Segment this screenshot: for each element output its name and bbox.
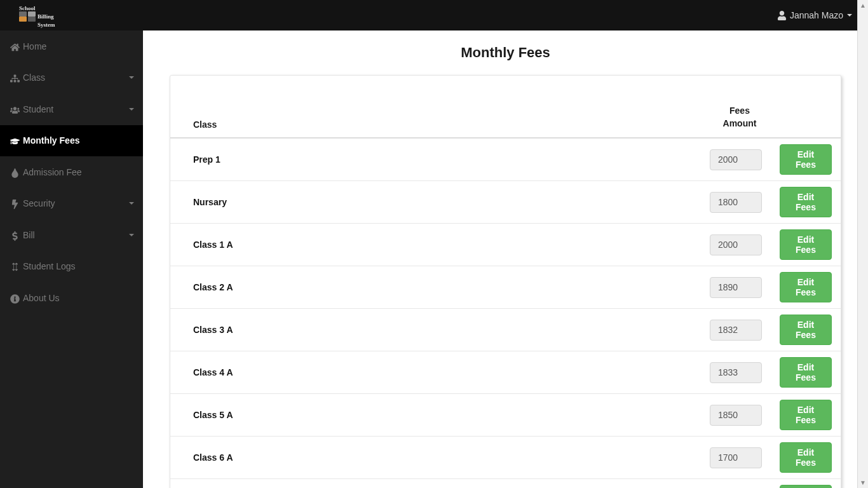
action-cell: Edit Fees: [775, 224, 841, 266]
sidebar-item-label: Class: [23, 72, 125, 83]
class-name-cell: Class 7 A: [170, 479, 705, 488]
amount-cell: [705, 479, 775, 488]
chevron-down-icon: [129, 202, 134, 205]
table-row: Class 7 AEdit Fees: [170, 479, 841, 488]
sidebar-item-home[interactable]: Home: [0, 30, 143, 62]
table-row: Class 5 AEdit Fees: [170, 394, 841, 437]
caret-down-icon: [847, 14, 852, 17]
class-name-cell: Class 3 A: [170, 309, 705, 351]
table-row: Class 2 AEdit Fees: [170, 266, 841, 309]
user-name: Jannah Mazo: [790, 10, 843, 20]
users-icon: [9, 104, 20, 115]
action-cell: Edit Fees: [775, 266, 841, 309]
fees-amount-input: [710, 320, 762, 341]
sidebar-item-label: Student Logs: [23, 261, 134, 271]
edit-fees-button[interactable]: Edit Fees: [780, 144, 832, 175]
action-cell: Edit Fees: [775, 351, 841, 394]
column-header-amount: Fees Amount: [705, 76, 775, 138]
user-icon: [777, 10, 787, 21]
table-row: Class 4 AEdit Fees: [170, 351, 841, 394]
amount-cell: [705, 181, 775, 224]
chevron-down-icon: [129, 234, 134, 236]
amount-cell: [705, 437, 775, 479]
fees-amount-input: [710, 149, 762, 170]
fees-amount-input: [710, 405, 762, 426]
table-row: Class 3 AEdit Fees: [170, 309, 841, 351]
sidebar-item-label: About Us: [23, 293, 134, 303]
edit-fees-button[interactable]: Edit Fees: [780, 315, 832, 345]
fees-panel: Class Fees Amount Prep 1Edit FeesNursary…: [170, 75, 841, 488]
column-header-action: [775, 76, 841, 138]
sidebar-item-label: Home: [23, 41, 134, 51]
action-cell: Edit Fees: [775, 479, 841, 488]
action-cell: Edit Fees: [775, 181, 841, 224]
edit-fees-button[interactable]: Edit Fees: [780, 272, 832, 302]
table-row: Class 1 AEdit Fees: [170, 224, 841, 266]
table-row: Class 6 AEdit Fees: [170, 437, 841, 479]
edit-fees-button[interactable]: Edit Fees: [780, 400, 832, 430]
class-name-cell: Class 4 A: [170, 351, 705, 394]
amount-cell: [705, 224, 775, 266]
info-icon: [9, 292, 20, 304]
sidebar-item-monthly-fees[interactable]: Monthly Fees: [0, 125, 143, 157]
chevron-down-icon: [129, 108, 134, 111]
sidebar-item-class[interactable]: Class: [0, 62, 143, 94]
amount-cell: [705, 351, 775, 394]
brand-line3: System: [37, 22, 55, 28]
scroll-down-arrow-icon[interactable]: ▼: [858, 477, 868, 488]
fees-amount-input: [710, 234, 762, 255]
brand-icon: [19, 11, 36, 22]
brand-line2: Billing: [37, 13, 54, 20]
dollar-icon: [9, 229, 20, 241]
table-row: NursaryEdit Fees: [170, 181, 841, 224]
bolt-icon: [9, 198, 20, 210]
edit-fees-button[interactable]: Edit Fees: [780, 442, 832, 473]
class-name-cell: Class 2 A: [170, 266, 705, 309]
amount-cell: [705, 138, 775, 181]
fees-amount-input: [710, 447, 762, 468]
table-row: Prep 1Edit Fees: [170, 138, 841, 181]
sidebar-item-student[interactable]: Student: [0, 93, 143, 125]
fees-amount-input: [710, 277, 762, 298]
class-name-cell: Class 6 A: [170, 437, 705, 479]
amount-cell: [705, 309, 775, 351]
graduation-icon: [9, 135, 20, 147]
user-menu-dropdown[interactable]: Jannah Mazo: [777, 10, 852, 21]
amount-cell: [705, 266, 775, 309]
fees-amount-input: [710, 192, 762, 213]
class-name-cell: Nursary: [170, 181, 705, 224]
edit-fees-button[interactable]: Edit Fees: [780, 187, 832, 217]
sitemap-icon: [9, 72, 20, 84]
home-icon: [9, 41, 20, 52]
top-navbar: School Billing System Jannah Mazo: [0, 0, 868, 30]
sidebar-item-about-us[interactable]: About Us: [0, 282, 143, 314]
fees-amount-input: [710, 362, 762, 383]
scrollbar-track[interactable]: [858, 11, 868, 477]
class-name-cell: Class 5 A: [170, 394, 705, 437]
sidebar-item-bill[interactable]: Bill: [0, 219, 143, 251]
sidebar-item-label: Bill: [23, 230, 125, 240]
sidebar-item-admission-fee[interactable]: Admission Fee: [0, 156, 143, 188]
column-header-class: Class: [170, 76, 705, 138]
edit-fees-button[interactable]: Edit Fees: [780, 485, 832, 488]
sidebar-item-label: Security: [23, 198, 125, 208]
page-title: Monthly Fees: [143, 44, 868, 61]
window-scrollbar[interactable]: ▲ ▼: [857, 0, 868, 488]
tint-icon: [9, 166, 20, 178]
sidebar: HomeClassStudentMonthly FeesAdmission Fe…: [0, 30, 143, 488]
action-cell: Edit Fees: [775, 394, 841, 437]
main-content: Monthly Fees Class Fees Amount Prep 1Edi…: [143, 30, 868, 488]
edit-fees-button[interactable]: Edit Fees: [780, 357, 832, 388]
edit-fees-button[interactable]: Edit Fees: [780, 229, 832, 260]
scroll-up-arrow-icon[interactable]: ▲: [858, 0, 868, 11]
action-cell: Edit Fees: [775, 138, 841, 181]
chevron-down-icon: [129, 76, 134, 79]
brand-logo[interactable]: School Billing System: [19, 5, 55, 28]
sidebar-item-label: Monthly Fees: [23, 135, 134, 146]
sidebar-item-student-logs[interactable]: Student Logs: [0, 251, 143, 283]
action-cell: Edit Fees: [775, 309, 841, 351]
sidebar-item-label: Admission Fee: [23, 167, 134, 177]
sidebar-item-security[interactable]: Security: [0, 188, 143, 220]
sidebar-item-label: Student: [23, 104, 125, 114]
fees-table: Class Fees Amount Prep 1Edit FeesNursary…: [170, 76, 841, 488]
